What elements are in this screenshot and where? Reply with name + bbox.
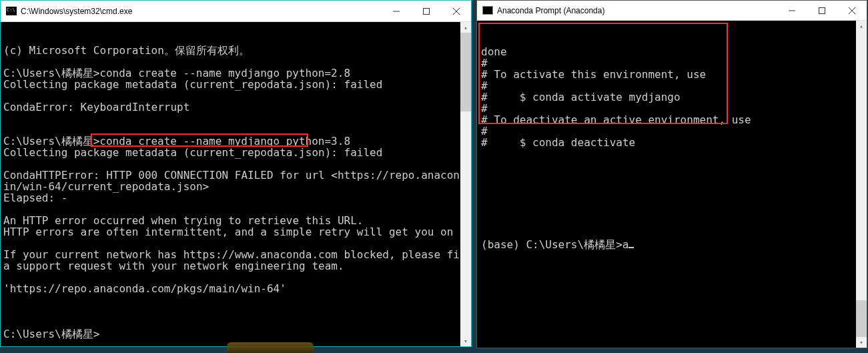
cmd-terminal-output[interactable]: (c) Microsoft Corporation。保留所有权利。 C:\Use… xyxy=(1,22,471,346)
scroll-track[interactable] xyxy=(856,31,867,337)
terminal-line: done xyxy=(481,46,863,57)
terminal-line xyxy=(3,306,468,317)
scroll-thumb[interactable] xyxy=(460,33,471,111)
close-button[interactable] xyxy=(837,1,867,20)
terminal-line: # $ conda deactivate xyxy=(481,137,863,148)
cursor-icon xyxy=(628,247,634,248)
minimize-button[interactable] xyxy=(381,1,411,21)
cmd-scrollbar[interactable]: ▴ ▾ xyxy=(460,22,471,346)
svg-rect-1 xyxy=(423,8,429,14)
terminal-line: HTTP errors are often intermittent, and … xyxy=(3,226,468,238)
maximize-button[interactable] xyxy=(411,1,441,21)
svg-rect-5 xyxy=(819,7,825,13)
scroll-up-icon[interactable]: ▴ xyxy=(460,22,471,33)
terminal-line: # To deactivate an active environment, u… xyxy=(481,114,863,125)
terminal-line xyxy=(3,294,468,306)
terminal-line: # xyxy=(481,80,863,91)
cmd-window-buttons xyxy=(381,1,471,21)
terminal-line: C:\Users\橘橘星> xyxy=(3,328,468,340)
terminal-line: (c) Microsoft Corporation。保留所有权利。 xyxy=(3,45,468,56)
terminal-line: a support request with your network engi… xyxy=(3,260,468,272)
scroll-down-icon[interactable]: ▾ xyxy=(460,336,471,346)
terminal-line xyxy=(3,113,468,124)
anaconda-window: Anaconda Prompt (Anaconda) done## To act… xyxy=(476,0,867,348)
anaconda-icon xyxy=(482,5,493,16)
terminal-line: 'https://repo.anaconda.com/pkgs/main/win… xyxy=(3,283,468,294)
terminal-line: # To activate this environment, use xyxy=(481,69,863,80)
terminal-line: If your current network has https://www.… xyxy=(3,249,468,260)
terminal-line: # $ conda activate mydjango xyxy=(481,91,863,103)
terminal-line xyxy=(3,56,468,67)
anaconda-scrollbar[interactable]: ▴ ▾ xyxy=(856,21,867,348)
terminal-line xyxy=(3,238,468,249)
scroll-up-icon[interactable]: ▴ xyxy=(856,21,867,31)
cmd-icon xyxy=(6,6,17,17)
anaconda-terminal-output[interactable]: done## To activate this environment, use… xyxy=(477,21,867,348)
terminal-line xyxy=(3,124,468,135)
terminal-line xyxy=(3,90,468,101)
scroll-track[interactable] xyxy=(460,33,471,336)
anaconda-title-text: Anaconda Prompt (Anaconda) xyxy=(497,6,777,15)
minimize-button[interactable] xyxy=(777,1,807,20)
terminal-line xyxy=(3,158,468,169)
terminal-line: Collecting package metadata (current_rep… xyxy=(3,79,468,90)
terminal-line: CondaError: KeyboardInterrupt xyxy=(3,101,468,113)
terminal-line: CondaHTTPError: HTTP 000 CONNECTION FAIL… xyxy=(3,169,468,181)
terminal-line xyxy=(3,204,468,215)
terminal-line: C:\Users\橘橘星>conda create --name mydjang… xyxy=(3,67,468,79)
scroll-down-icon[interactable]: ▾ xyxy=(856,337,867,348)
scroll-thumb[interactable] xyxy=(856,300,867,337)
maximize-button[interactable] xyxy=(807,1,837,20)
terminal-line: Elapsed: - xyxy=(3,192,468,204)
cmd-title-text: C:\Windows\system32\cmd.exe xyxy=(21,7,381,16)
close-button[interactable] xyxy=(441,1,471,21)
anaconda-titlebar[interactable]: Anaconda Prompt (Anaconda) xyxy=(477,1,867,21)
terminal-line xyxy=(3,317,468,328)
terminal-line: # xyxy=(481,57,863,69)
terminal-line: An HTTP error occurred when trying to re… xyxy=(3,215,468,226)
anaconda-window-buttons xyxy=(777,1,867,20)
terminal-line: # xyxy=(481,103,863,114)
terminal-line: in/win-64/current_repodata.json> xyxy=(3,181,468,192)
terminal-line: Collecting package metadata (current_rep… xyxy=(3,147,468,158)
terminal-line xyxy=(3,272,468,283)
terminal-line: # xyxy=(481,125,863,137)
terminal-line: C:\Users\橘橘星>conda create --name mydjang… xyxy=(3,135,468,147)
anaconda-prompt-line: (base) C:\Users\橘橘星>a xyxy=(481,238,628,251)
cmd-titlebar[interactable]: C:\Windows\system32\cmd.exe xyxy=(1,1,471,22)
cmd-window: C:\Windows\system32\cmd.exe (c) Microsof… xyxy=(0,0,472,347)
taskbar-glow xyxy=(227,342,314,353)
